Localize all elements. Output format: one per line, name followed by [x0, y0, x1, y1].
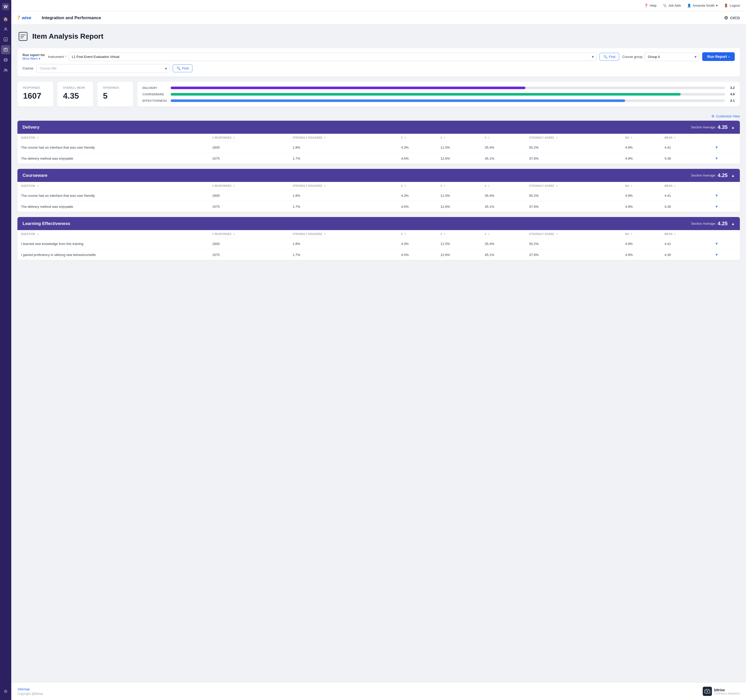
col-strongly-disagree: STRONGLY DISAGREE ⇅ [289, 134, 398, 142]
col-3: 3 ⇅ [437, 182, 481, 190]
overall-mean-value: 4.35 [63, 91, 87, 101]
bitrise-name: bitrise [714, 688, 740, 692]
instrument-select[interactable]: L1 Post Event Evaluation Virtual [69, 53, 596, 61]
row-filter-cell: ▼ [715, 145, 736, 149]
section-header: Delivery Section Average: 4.35 ▲ [17, 121, 740, 134]
section-table: QUESTION ⇅ # RESPONSES ⇅ STRONGLY DISAGR… [17, 230, 740, 260]
cell-strongly-agree: 37.6% [525, 249, 621, 260]
cell-4: 35.4% [481, 238, 525, 249]
customize-bar: ⚙ Customize View [17, 112, 740, 121]
run-report-button[interactable]: Run Report › [702, 52, 735, 61]
page-title: Item Analysis Report [32, 32, 103, 41]
cell-4: 45.1% [481, 201, 525, 212]
cell-2: 4.5% [398, 249, 437, 260]
filter-icon[interactable]: ▼ [715, 145, 718, 149]
instrument-select-wrapper: L1 Post Event Evaluation Virtual ▾ [69, 53, 596, 61]
svg-text:W: W [4, 5, 8, 9]
section-collapse-toggle[interactable]: ▲ [731, 173, 735, 178]
course-select-wrapper: Course title ▾ [36, 64, 170, 72]
user-menu[interactable]: 👤 Amanda Smith ▾ [687, 4, 718, 8]
more-filters-link[interactable]: More filters ▾ [23, 57, 45, 60]
filter-icon[interactable]: ▼ [715, 193, 718, 197]
sidebar-item-data[interactable] [1, 55, 10, 65]
cell-responses: 1575 [209, 153, 289, 164]
cell-question: The course had an interface that was use… [17, 190, 209, 201]
table-row: I gained proficiency in utilizing new be… [17, 249, 740, 260]
user-name: Amanda Smith [693, 4, 714, 8]
logout-link[interactable]: 🚪 Logout [724, 4, 740, 8]
chart-bar-row: EFFECTIVENESS 4.1 [143, 99, 735, 102]
cell-strongly-agree: 50.2% [525, 142, 621, 153]
course-group-select[interactable]: Group A [645, 53, 699, 61]
responses-label: RESPONSES [23, 86, 48, 89]
sidebar-item-items[interactable] [1, 45, 10, 54]
bitrise-icon [703, 687, 712, 696]
cell-question: I gained proficiency in utilizing new be… [17, 249, 209, 260]
instrument-find-button[interactable]: 🔍 Find [600, 53, 619, 61]
sidebar-item-groups[interactable] [1, 66, 10, 75]
cell-strongly-agree: 50.2% [525, 190, 621, 201]
logout-label: Logout [729, 4, 740, 8]
table-row: The course had an interface that was use… [17, 142, 740, 153]
sidebar-item-home[interactable]: 🏠 [1, 14, 10, 24]
section-collapse-toggle[interactable]: ▲ [731, 125, 735, 129]
filter-icon[interactable]: ▼ [715, 242, 718, 246]
logout-icon: 🚪 [724, 4, 728, 8]
sidebar-item-people[interactable] [1, 25, 10, 34]
job-aids-link[interactable]: 📎 Job Aids [663, 4, 681, 8]
top-navigation: ❓ Help 📎 Job Aids 👤 Amanda Smith ▾ 🚪 Log… [0, 0, 746, 11]
sidebar-item-reports[interactable] [1, 35, 10, 44]
section-collapse-toggle[interactable]: ▲ [731, 221, 735, 226]
job-aids-icon: 📎 [663, 4, 667, 8]
cell-strongly-disagree: 1.7% [289, 201, 398, 212]
job-aids-label: Job Aids [668, 4, 681, 8]
col-responses: # RESPONSES ⇅ [209, 182, 289, 190]
cell-3: 11.5% [437, 238, 481, 249]
customize-view-button[interactable]: ⚙ Customize View [711, 114, 740, 118]
bitrise-text: bitrise Continuous Integration [714, 688, 740, 695]
responses-value: 1607 [23, 91, 48, 101]
filter-icon[interactable]: ▼ [715, 205, 718, 209]
cell-na: 4.9% [621, 249, 661, 260]
help-link[interactable]: ❓ Help [644, 4, 657, 8]
section-avg-value: 4.25 [717, 221, 728, 226]
table-row: The delivery method was enjoyable 1575 1… [17, 201, 740, 212]
arrow-right-icon: › [728, 54, 729, 59]
chart-bar-value: 3.2 [728, 86, 735, 90]
col-2: 2 ⇅ [398, 230, 437, 238]
col-question: QUESTION ⇅ [17, 182, 209, 190]
cell-4: 45.1% [481, 153, 525, 164]
sidebar: W 🏠 ⚙ [0, 0, 11, 700]
responses-card: RESPONSES 1607 [17, 82, 53, 107]
filter-icon[interactable]: ▼ [715, 253, 718, 257]
course-find-button[interactable]: 🔍 Find [173, 64, 193, 72]
chevron-down-icon: ▾ [39, 57, 40, 60]
table-row: The course had an interface that was use… [17, 190, 740, 201]
customize-icon: ⚙ [711, 114, 714, 118]
filters-row-2: Course Course title ▾ 🔍 Find [23, 64, 735, 72]
chart-bar-background [171, 93, 725, 96]
col-4: 4 ⇅ [481, 230, 525, 238]
cell-mean: 4.30 [661, 153, 711, 164]
filter-icon[interactable]: ▼ [715, 156, 718, 160]
course-select[interactable]: Course title [36, 64, 170, 72]
course-group-label: Course group [622, 55, 642, 59]
cicd-button[interactable]: ⚙ CI/CD [724, 15, 740, 21]
cell-na: 4.9% [621, 238, 661, 249]
cicd-icon: ⚙ [724, 15, 728, 21]
cell-strongly-agree: 37.6% [525, 201, 621, 212]
section-title: Delivery [23, 125, 39, 130]
section-title: Learning Effectiveness [23, 221, 70, 226]
sitemap-link[interactable]: Sitemap [17, 687, 43, 691]
cell-responses: 1600 [209, 238, 289, 249]
section-avg-label: Section Average: [691, 125, 716, 129]
sidebar-item-settings[interactable]: ⚙ [1, 687, 10, 696]
col-mean: MEAN ⇅ [661, 182, 711, 190]
cell-strongly-disagree: 1.7% [289, 153, 398, 164]
cell-question: The delivery method was enjoyable [17, 201, 209, 212]
sub-header-title: Integration and Performance [42, 15, 101, 21]
cell-2: 4.5% [398, 201, 437, 212]
cell-4: 45.1% [481, 249, 525, 260]
filters-bar: Run report for More filters ▾ Instrument… [17, 48, 740, 77]
find-icon: 🔍 [176, 66, 180, 70]
